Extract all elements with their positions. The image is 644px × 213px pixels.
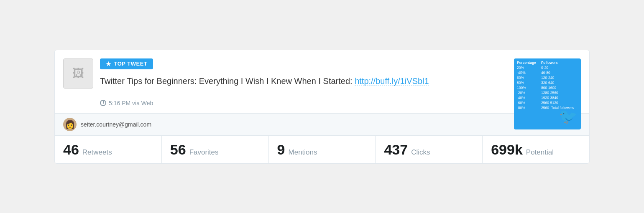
badge-label: TOP TWEET bbox=[114, 61, 148, 67]
stat-label-favorites: Favorites bbox=[189, 148, 219, 157]
stat-number-clicks: 437 bbox=[384, 142, 408, 157]
stat-label-mentions: Mentions bbox=[289, 148, 317, 157]
avatar-image: 👩 bbox=[65, 119, 75, 129]
stats-row: 46Retweets56Favorites9Mentions437Clicks6… bbox=[55, 135, 589, 163]
stat-item-favorites: 56Favorites bbox=[162, 136, 269, 163]
stat-item-retweets: 46Retweets bbox=[55, 136, 162, 163]
stat-item-potential: 699kPotential bbox=[483, 136, 589, 163]
tweet-text: Twitter Tips for Beginners: Everything I… bbox=[100, 75, 522, 87]
star-icon: ★ bbox=[106, 61, 112, 67]
tweet-thumbnail-image: Percentage Followers 20%0-20-4S%40-8060%… bbox=[514, 58, 581, 129]
stat-number-mentions: 9 bbox=[277, 142, 285, 157]
stat-label-retweets: Retweets bbox=[82, 148, 112, 157]
author-row: 👩 seiter.courtney@gmail.com bbox=[55, 113, 589, 135]
clock-icon bbox=[100, 100, 106, 106]
author-avatar: 👩 bbox=[63, 118, 77, 131]
tweet-time: 5:16 PM via Web bbox=[100, 100, 522, 106]
stat-number-favorites: 56 bbox=[170, 142, 186, 157]
stat-number-retweets: 46 bbox=[63, 142, 79, 157]
stat-label-potential: Potential bbox=[526, 148, 554, 157]
tweet-link[interactable]: http://buff.ly/1iVSbl1 bbox=[355, 76, 429, 86]
stat-number-potential: 699k bbox=[491, 142, 523, 157]
tweet-content: ★ TOP TWEET Twitter Tips for Beginners: … bbox=[100, 58, 581, 106]
top-tweet-badge: ★ TOP TWEET bbox=[100, 58, 153, 69]
image-placeholder-icon: 🖼 bbox=[72, 66, 84, 80]
stat-item-mentions: 9Mentions bbox=[269, 136, 376, 163]
author-email: seiter.courtney@gmail.com bbox=[81, 121, 151, 128]
thumbnail-table: Percentage Followers 20%0-20-4S%40-8060%… bbox=[516, 60, 579, 110]
image-placeholder: 🖼 bbox=[63, 58, 93, 89]
stat-item-clicks: 437Clicks bbox=[376, 136, 483, 163]
stat-label-clicks: Clicks bbox=[411, 148, 430, 157]
tweet-text-before-link: Twitter Tips for Beginners: Everything I… bbox=[100, 76, 355, 86]
twitter-bird-icon: 🐦 bbox=[559, 108, 578, 125]
tweet-card: 🖼 ★ TOP TWEET Twitter Tips for Beginners… bbox=[54, 50, 590, 164]
tweet-time-text: 5:16 PM via Web bbox=[109, 100, 153, 106]
card-body: 🖼 ★ TOP TWEET Twitter Tips for Beginners… bbox=[55, 50, 589, 113]
